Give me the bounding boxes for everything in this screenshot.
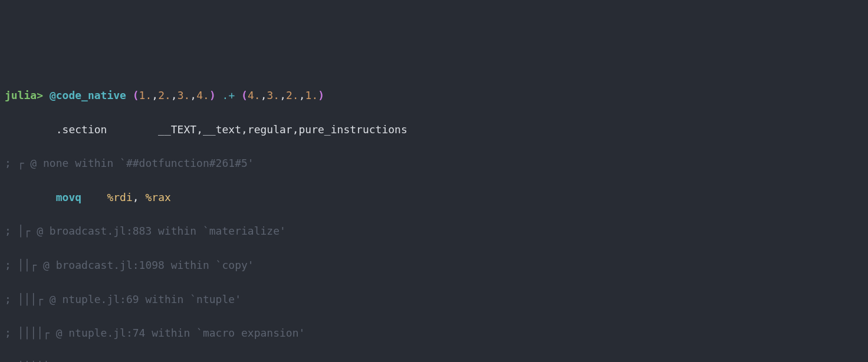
asm-comment: ; │││┌ @ ntuple.jl:69 within `ntuple' [5, 291, 863, 308]
input-line: julia> @code_native (1.,2.,3.,4.) .+ (4.… [5, 87, 863, 104]
asm-comment: ; ┌ @ none within `##dotfunction#261#5' [5, 155, 863, 172]
asm-comment: ; ││││┌ @ ntuple.jl:74 within `macro exp… [5, 325, 863, 342]
macro-call: @code_native [50, 89, 126, 101]
repl-prompt: julia> [5, 89, 43, 101]
terminal-output: julia> @code_native (1.,2.,3.,4.) .+ (4.… [5, 70, 863, 362]
asm-comment: ; ││┌ @ broadcast.jl:1098 within `copy' [5, 257, 863, 274]
asm-comment: ; │┌ @ broadcast.jl:883 within `material… [5, 223, 863, 240]
instr-movq: movq [56, 191, 81, 203]
asm-comment: ; │││││┌ @ broadcast.jl:1098 within `#19… [5, 359, 863, 362]
section-directive: .section [56, 123, 107, 136]
asm-line: .section __TEXT,__text,regular,pure_inst… [5, 121, 863, 139]
asm-line: movq %rdi, %rax [5, 189, 863, 206]
